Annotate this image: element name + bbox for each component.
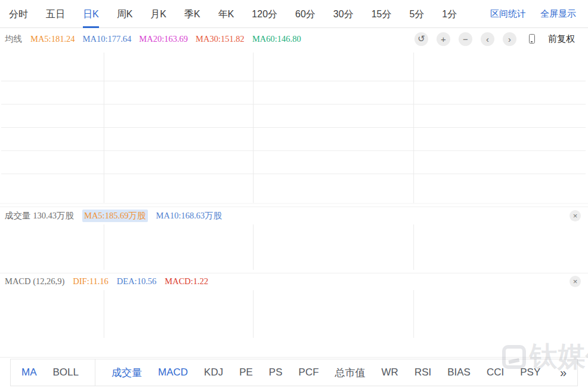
period-tab-季K[interactable]: 季K bbox=[184, 0, 200, 28]
indicator-tab-PE[interactable]: PE bbox=[239, 367, 253, 378]
period-tab-15分[interactable]: 15分 bbox=[372, 0, 392, 28]
macd-title: MACD (12,26,9) bbox=[5, 276, 64, 287]
macd-macd-value: MACD:1.22 bbox=[165, 276, 208, 287]
indicator-tab-PCF[interactable]: PCF bbox=[299, 367, 319, 378]
period-tab-30分[interactable]: 30分 bbox=[333, 0, 354, 28]
ma-legend-row: 均线 MA5:181.24MA10:177.64MA20:163.69MA30:… bbox=[0, 30, 588, 48]
period-tab-分时[interactable]: 分时 bbox=[9, 0, 28, 28]
close-volume-pane-icon[interactable]: × bbox=[570, 210, 581, 221]
period-tab-周K[interactable]: 周K bbox=[117, 0, 133, 28]
indicator-tabs: MABOLL成交量MACDKDJPEPSPCF总市值WRRSIBIASCCIPS… bbox=[21, 359, 556, 386]
ma-legend-item-0: MA5:181.24 bbox=[30, 34, 75, 44]
volume-title: 成交量 130.43万股 bbox=[5, 210, 74, 221]
ma-legend-values: MA5:181.24MA10:177.64MA20:163.69MA30:151… bbox=[30, 34, 309, 44]
period-tab-1分[interactable]: 1分 bbox=[442, 0, 457, 28]
macd-dif-value: DIF:11.16 bbox=[73, 276, 108, 287]
indicator-tab-PSY[interactable]: PSY bbox=[520, 367, 540, 378]
close-macd-pane-icon[interactable]: × bbox=[570, 276, 581, 287]
volume-pane-header: 成交量 130.43万股 MA5:185.69万股 MA10:168.63万股 … bbox=[0, 207, 588, 224]
fullscreen-link[interactable]: 全屏显示 bbox=[540, 8, 576, 20]
indicator-tab-WR[interactable]: WR bbox=[382, 367, 398, 378]
indicator-tab-成交量[interactable]: 成交量 bbox=[112, 366, 142, 380]
period-toolbar: 分时五日日K周K月K季K年K120分60分30分15分5分1分 区间统计 全屏显… bbox=[0, 0, 588, 28]
indicator-tab-RSI[interactable]: RSI bbox=[414, 367, 431, 378]
chart-canvas[interactable] bbox=[0, 0, 588, 391]
zoom-in-icon[interactable]: + bbox=[437, 32, 450, 46]
indicator-tab-BIAS[interactable]: BIAS bbox=[447, 367, 471, 378]
macd-pane-header: MACD (12,26,9) DIF:11.16 DEA:10.56 MACD:… bbox=[0, 273, 588, 289]
period-tab-日K[interactable]: 日K bbox=[83, 0, 99, 28]
more-indicators-icon[interactable]: » bbox=[560, 366, 567, 380]
adjust-mode-button[interactable]: 前复权 bbox=[548, 33, 575, 45]
indicator-tab-总市值[interactable]: 总市值 bbox=[335, 366, 366, 380]
indicator-tab-MACD[interactable]: MACD bbox=[158, 367, 188, 378]
indicator-tab-CCI[interactable]: CCI bbox=[487, 367, 504, 378]
indicator-tab-PS[interactable]: PS bbox=[269, 367, 283, 378]
ma-legend-item-3: MA30:151.82 bbox=[196, 34, 245, 44]
period-tab-年K[interactable]: 年K bbox=[218, 0, 234, 28]
indicator-tab-BOLL[interactable]: BOLL bbox=[53, 367, 79, 378]
volume-ma5-value: MA5:185.69万股 bbox=[82, 210, 148, 222]
control-buttons: ↺+−‹› bbox=[414, 32, 539, 46]
ma-legend-item-1: MA10:177.64 bbox=[83, 34, 132, 44]
screenshot-icon[interactable] bbox=[525, 32, 539, 46]
range-stats-link[interactable]: 区间统计 bbox=[490, 8, 526, 20]
toolbar-links: 区间统计 全屏显示 bbox=[490, 8, 576, 20]
bottom-divider bbox=[0, 357, 588, 358]
prev-icon[interactable]: ‹ bbox=[481, 32, 494, 46]
undo-icon[interactable]: ↺ bbox=[414, 32, 428, 46]
zoom-out-icon[interactable]: − bbox=[459, 32, 472, 46]
period-tab-5分[interactable]: 5分 bbox=[409, 0, 424, 28]
indicator-tab-bar: MABOLL成交量MACDKDJPEPSPCF总市值WRRSIBIASCCIPS… bbox=[10, 359, 578, 386]
ma-legend-title: 均线 bbox=[5, 33, 22, 45]
period-tabs: 分时五日日K周K月K季K年K120分60分30分15分5分1分 bbox=[9, 0, 475, 28]
stock-chart-app: 分时五日日K周K月K季K年K120分60分30分15分5分1分 区间统计 全屏显… bbox=[0, 0, 588, 391]
period-tab-月K[interactable]: 月K bbox=[150, 0, 166, 28]
period-tab-五日[interactable]: 五日 bbox=[46, 0, 65, 28]
ma-legend-item-4: MA60:146.80 bbox=[252, 34, 301, 44]
macd-dea-value: DEA:10.56 bbox=[117, 276, 156, 287]
ma-legend-item-2: MA20:163.69 bbox=[139, 34, 188, 44]
indicator-tab-KDJ[interactable]: KDJ bbox=[204, 367, 223, 378]
next-icon[interactable]: › bbox=[503, 32, 516, 46]
chart-controls: ↺+−‹› 前复权 bbox=[414, 32, 588, 46]
period-tab-60分[interactable]: 60分 bbox=[295, 0, 315, 28]
period-tab-120分[interactable]: 120分 bbox=[252, 0, 277, 28]
indicator-tab-MA[interactable]: MA bbox=[21, 367, 37, 378]
volume-ma10-value: MA10:168.63万股 bbox=[156, 210, 222, 221]
